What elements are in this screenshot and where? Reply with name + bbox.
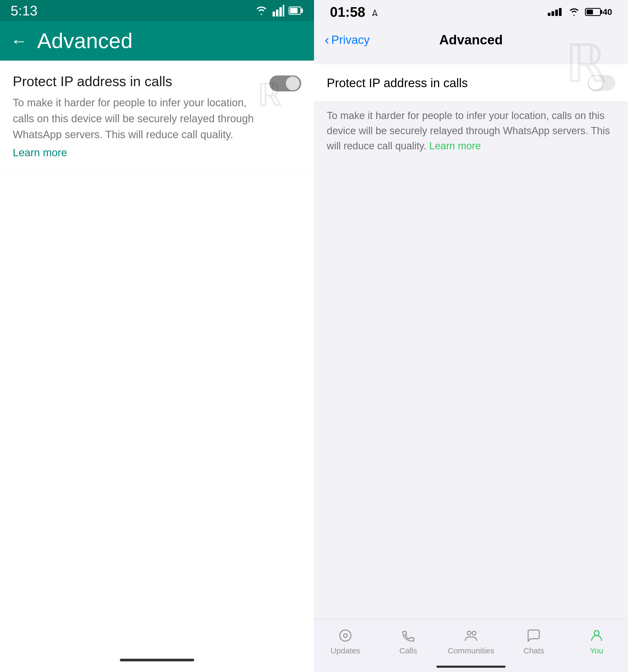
ios-tab-updates[interactable]: Updates (314, 624, 377, 655)
ios-tab-bar: Updates Calls Communities (314, 619, 628, 672)
android-panel: 5:13 ← Advanced (0, 0, 314, 672)
ios-wifi-icon (568, 7, 580, 17)
svg-rect-1 (276, 9, 279, 17)
ios-setting-description: To make it harder for people to infer yo… (327, 110, 610, 151)
communities-icon (462, 627, 480, 644)
you-tab-label: You (590, 646, 604, 655)
ios-status-icons: 40 (548, 7, 612, 17)
android-header: ← Advanced (0, 21, 314, 61)
svg-rect-5 (301, 8, 303, 13)
svg-point-8 (343, 634, 347, 638)
calls-icon (400, 627, 417, 644)
android-status-icons (255, 5, 304, 17)
svg-rect-2 (280, 7, 282, 17)
ios-time: 01:58 (330, 4, 379, 20)
android-setting-item: Protect IP address in calls To make it h… (0, 61, 314, 172)
ios-watermark: ℝ (565, 37, 607, 90)
android-setting-description: To make it harder for people to infer yo… (13, 95, 261, 142)
ios-status-bar: 01:58 (314, 0, 628, 24)
ios-back-button[interactable]: ‹ Privacy (324, 33, 370, 47)
android-home-indicator (120, 659, 194, 662)
ios-page-title: Advanced (439, 32, 503, 48)
svg-point-10 (472, 631, 476, 635)
android-setting-title: Protect IP address in calls (13, 73, 261, 89)
ios-signal-icon (548, 8, 562, 16)
ios-back-label: Privacy (331, 33, 369, 47)
ios-tab-chats[interactable]: Chats (502, 624, 565, 655)
chats-icon (525, 627, 542, 644)
android-content: Protect IP address in calls To make it h… (0, 61, 314, 672)
svg-point-9 (467, 631, 471, 635)
chats-tab-label: Chats (523, 646, 544, 655)
you-icon (588, 627, 605, 644)
location-icon (371, 9, 379, 17)
battery-icon (289, 6, 304, 16)
communities-tab-label: Communities (448, 646, 494, 655)
ios-battery: 40 (585, 7, 612, 17)
android-learn-more-link[interactable]: Learn more (13, 147, 67, 159)
svg-rect-6 (290, 8, 297, 13)
android-time: 5:13 (10, 3, 38, 19)
updates-icon (337, 627, 354, 644)
android-setting-text: Protect IP address in calls To make it h… (13, 73, 261, 159)
calls-tab-label: Calls (399, 646, 417, 655)
ios-panel: 01:58 (314, 0, 628, 672)
wifi-icon (255, 5, 268, 16)
android-page-title: Advanced (37, 29, 133, 53)
ios-back-chevron-icon: ‹ (324, 33, 329, 47)
svg-point-7 (340, 630, 351, 641)
android-status-bar: 5:13 (0, 0, 314, 21)
signal-icon (272, 5, 284, 17)
updates-tab-label: Updates (331, 646, 360, 655)
ios-setting-desc-area: To make it harder for people to infer yo… (314, 102, 628, 164)
ios-setting-title: Protect IP address in calls (327, 76, 468, 90)
svg-rect-3 (283, 5, 285, 17)
android-back-button[interactable]: ← (10, 32, 28, 49)
android-watermark: ℝ (257, 76, 282, 114)
ios-tab-you[interactable]: You (565, 624, 628, 655)
svg-rect-0 (272, 12, 275, 17)
ios-tab-calls[interactable]: Calls (377, 624, 439, 655)
ios-learn-more-link[interactable]: Learn more (429, 140, 481, 151)
ios-tab-communities[interactable]: Communities (440, 624, 502, 655)
svg-point-11 (594, 630, 599, 635)
ios-home-bar (436, 666, 506, 668)
ios-content: Protect IP address in calls To make it h… (314, 56, 628, 672)
